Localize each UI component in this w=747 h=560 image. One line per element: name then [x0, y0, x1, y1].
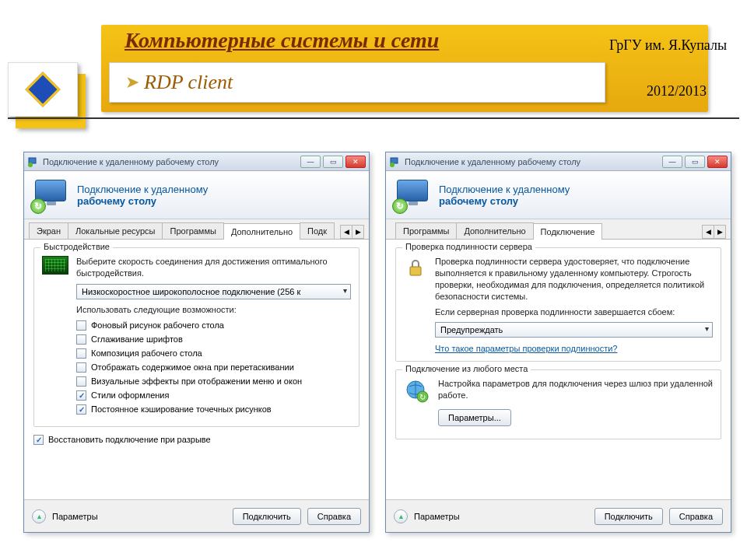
close-button[interactable]: ✕ — [345, 156, 366, 168]
connection-speed-select[interactable]: Низкоскоростное широкополосное подключен… — [76, 284, 351, 299]
rdp-dialog-advanced: Подключение к удаленному рабочему столу … — [23, 152, 370, 533]
checkbox-label: Сглаживание шрифтов — [91, 334, 183, 344]
svg-point-3 — [390, 163, 395, 167]
close-button[interactable]: ✕ — [707, 156, 728, 168]
tab-connection[interactable]: Подключение — [533, 223, 603, 240]
checkbox-icon — [76, 362, 86, 373]
svg-rect-0 — [29, 158, 36, 163]
chevron-icon: ➤ — [125, 72, 139, 93]
svg-rect-4 — [410, 267, 421, 275]
use-following-label: Использовать следующие возможности: — [76, 304, 351, 316]
tab-connection-partial[interactable]: Подк — [300, 222, 335, 239]
lock-icon — [404, 256, 427, 279]
tabs-scroll-left[interactable]: ◀ — [340, 225, 352, 239]
performance-icon — [42, 256, 68, 275]
tab-programs[interactable]: Программы — [162, 222, 223, 239]
checkbox-icon — [76, 334, 86, 345]
tab-local-resources[interactable]: Локальные ресурсы — [68, 222, 163, 239]
perf-checkbox[interactable]: ✓Стили оформления — [76, 390, 351, 401]
connect-button[interactable]: Подключить — [233, 508, 301, 525]
tab-advanced[interactable]: Дополнительно — [223, 223, 300, 240]
performance-group: Быстродействие Выберите скорость соедине… — [33, 247, 359, 427]
perf-checkbox[interactable]: Отображать содержимое окна при перетаски… — [76, 362, 351, 373]
academic-year: 2012/2013 — [647, 83, 707, 100]
maximize-button[interactable]: ▭ — [685, 156, 705, 168]
checkbox-label: Постоянное кэширование точечных рисунков — [91, 404, 272, 414]
checkbox-label: Стили оформления — [91, 390, 169, 400]
maximize-button[interactable]: ▭ — [323, 156, 343, 168]
tabs-scroll-right[interactable]: ▶ — [714, 225, 726, 239]
globe-icon: ↻ — [404, 378, 430, 404]
slide-title: Компьютерные системы и сети — [124, 28, 439, 53]
minimize-button[interactable]: — — [300, 156, 321, 168]
dialog-banner: ↻ Подключение к удаленному рабочему стол… — [386, 171, 731, 219]
banner-line2: рабочему столу — [77, 195, 208, 207]
rdp-icon: ↻ — [395, 178, 430, 212]
perf-checkbox[interactable]: ✓Постоянное кэширование точечных рисунко… — [76, 404, 351, 415]
banner-line2: рабочему столу — [439, 195, 570, 207]
checkbox-label: Визуальные эффекты при отображении меню … — [91, 376, 302, 386]
perf-checkbox[interactable]: Фоновый рисунок рабочего стола — [76, 320, 351, 331]
rdp-dialog-connection: Подключение к удаленному рабочему столу … — [385, 152, 731, 533]
tab-programs[interactable]: Программы — [395, 222, 457, 239]
minimize-button[interactable]: — — [662, 156, 682, 168]
svg-rect-2 — [391, 158, 398, 163]
perf-checkbox[interactable]: Композиция рабочего стола — [76, 348, 351, 359]
title-bar[interactable]: Подключение к удаленному рабочему столу … — [386, 152, 731, 171]
footer-options-label[interactable]: Параметры — [52, 512, 98, 521]
slide-subtitle-box: ➤ RDP client — [109, 62, 605, 103]
tab-advanced[interactable]: Дополнительно — [456, 222, 533, 239]
help-button[interactable]: Справка — [307, 508, 361, 525]
rdp-icon: ↻ — [33, 178, 68, 212]
tab-display[interactable]: Экран — [29, 222, 68, 239]
svg-point-1 — [28, 163, 33, 167]
checkbox-icon — [76, 348, 86, 359]
checkbox-label: Композиция рабочего стола — [91, 348, 202, 358]
checkbox-label: Фоновый рисунок рабочего стола — [91, 320, 224, 330]
performance-group-label: Быстродействие — [40, 242, 113, 251]
checkbox-icon: ✓ — [76, 404, 86, 415]
university-label: ГрГУ им. Я.Купалы — [609, 37, 727, 54]
help-button[interactable]: Справка — [669, 508, 723, 525]
dialog-banner: ↻ Подключение к удаленному рабочему стол… — [24, 171, 369, 219]
server-auth-desc: Проверка подлинности сервера удостоверяе… — [435, 256, 713, 302]
reconnect-checkbox[interactable]: ✓ Восстановить подключение при разрыве — [33, 435, 359, 445]
university-logo — [8, 62, 78, 117]
gateway-desc: Настройка параметров для подключения чер… — [438, 378, 713, 401]
connect-button[interactable]: Подключить — [594, 508, 663, 525]
app-icon — [389, 156, 400, 167]
banner-line1: Подключение к удаленному — [439, 184, 570, 195]
perf-checkbox[interactable]: Сглаживание шрифтов — [76, 334, 351, 345]
tabs-scroll-right[interactable]: ▶ — [352, 225, 364, 239]
performance-desc: Выберите скорость соединения для достиже… — [76, 256, 351, 279]
checkbox-icon — [76, 376, 86, 387]
checkbox-icon — [76, 320, 86, 331]
footer-options-label[interactable]: Параметры — [414, 512, 460, 521]
app-icon — [27, 156, 38, 167]
server-auth-group: Проверка подлинности сервера Проверка по… — [395, 247, 721, 362]
window-title: Подключение к удаленному рабочему столу — [43, 157, 219, 166]
server-auth-label: Проверка подлинности сервера — [402, 242, 535, 251]
banner-line1: Подключение к удаленному — [77, 184, 208, 195]
window-title: Подключение к удаленному рабочему столу — [405, 157, 580, 166]
auth-help-link[interactable]: Что такое параметры проверки подлинности… — [435, 344, 617, 353]
tabs: Программы Дополнительно Подключение ◀ ▶ — [386, 219, 731, 240]
divider — [8, 117, 739, 119]
tabs: Экран Локальные ресурсы Программы Дополн… — [24, 219, 369, 240]
tabs-scroll-left[interactable]: ◀ — [702, 225, 714, 239]
gateway-settings-button[interactable]: Параметры... — [438, 409, 511, 426]
svg-text:↻: ↻ — [419, 393, 426, 401]
collapse-icon[interactable]: ▴ — [394, 509, 408, 523]
collapse-icon[interactable]: ▴ — [32, 509, 46, 523]
gateway-group: Подключение из любого места ↻ Настройка … — [395, 369, 721, 439]
slide-subtitle: RDP client — [144, 71, 233, 94]
perf-checkbox[interactable]: Визуальные эффекты при отображении меню … — [76, 376, 351, 387]
checkbox-label: Отображать содержимое окна при перетаски… — [91, 362, 294, 372]
auth-action-select[interactable]: Предупреждать — [435, 322, 713, 338]
auth-fail-label: Если серверная проверка подлинности заве… — [435, 306, 713, 318]
checkbox-icon: ✓ — [76, 390, 86, 401]
gateway-label: Подключение из любого места — [402, 364, 531, 373]
title-bar[interactable]: Подключение к удаленному рабочему столу … — [24, 152, 369, 171]
reconnect-label: Восстановить подключение при разрыве — [48, 435, 211, 444]
